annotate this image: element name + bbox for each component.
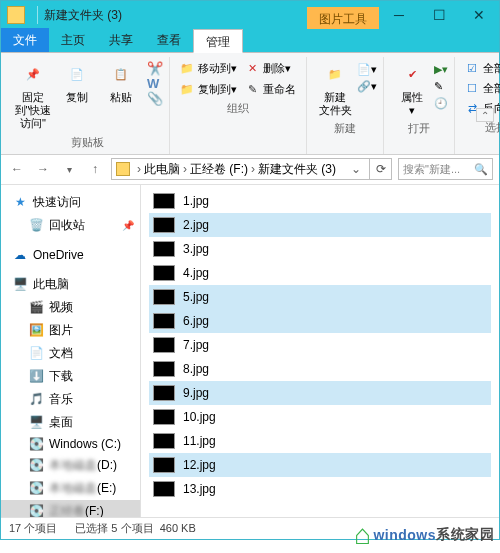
- file-row[interactable]: 2.jpg: [149, 213, 491, 237]
- documents-icon: 📄: [29, 346, 43, 360]
- refresh-button[interactable]: ⟳: [370, 158, 392, 180]
- file-row[interactable]: 6.jpg: [149, 309, 491, 333]
- pin-quick-access-button[interactable]: 📌 固定到"快速访问": [11, 59, 55, 133]
- sidebar-this-pc[interactable]: 🖥️此电脑: [1, 273, 140, 296]
- sidebar-documents[interactable]: 📄文档: [1, 342, 140, 365]
- group-open-label: 打开: [408, 119, 430, 138]
- paste-shortcut-icon[interactable]: 📎: [147, 91, 163, 106]
- file-row[interactable]: 11.jpg: [149, 429, 491, 453]
- search-input[interactable]: 搜索"新建... 🔍: [398, 158, 493, 180]
- breadcrumb-item[interactable]: 新建文件夹 (3): [258, 161, 336, 178]
- sidebar-videos[interactable]: 🎬视频: [1, 296, 140, 319]
- easy-access-icon[interactable]: 🔗▾: [357, 80, 377, 93]
- delete-button[interactable]: ✕删除 ▾: [241, 59, 295, 78]
- close-button[interactable]: ✕: [459, 1, 499, 29]
- paste-icon: 📋: [107, 61, 135, 89]
- file-row[interactable]: 13.jpg: [149, 477, 491, 501]
- file-row[interactable]: 7.jpg: [149, 333, 491, 357]
- tab-manage[interactable]: 管理: [193, 29, 243, 53]
- tab-file[interactable]: 文件: [1, 28, 49, 52]
- downloads-icon: ⬇️: [29, 369, 43, 383]
- file-row[interactable]: 10.jpg: [149, 405, 491, 429]
- new-item-icon[interactable]: 📄▾: [357, 63, 377, 76]
- file-row[interactable]: 1.jpg: [149, 189, 491, 213]
- recent-dropdown[interactable]: ▾: [59, 159, 79, 179]
- file-row[interactable]: 8.jpg: [149, 357, 491, 381]
- sidebar-recycle-bin[interactable]: 🗑️回收站📌: [1, 214, 140, 237]
- address-bar[interactable]: › 此电脑 › 正经卷 (F:) › 新建文件夹 (3) ⌄: [111, 158, 370, 180]
- move-to-icon: 📁: [180, 62, 194, 76]
- file-name: 11.jpg: [183, 434, 216, 448]
- chevron-icon[interactable]: ›: [134, 162, 144, 176]
- tab-share[interactable]: 共享: [97, 28, 145, 52]
- sidebar-onedrive[interactable]: ☁OneDrive: [1, 245, 140, 265]
- copy-icon: 📄: [63, 61, 91, 89]
- label: 音乐: [49, 391, 73, 408]
- desktop-icon: 🖥️: [29, 415, 43, 429]
- ribbon-collapse-button[interactable]: ⌃: [476, 108, 494, 122]
- copy-path-icon[interactable]: W: [147, 76, 163, 91]
- folder-icon: [7, 6, 25, 24]
- rename-button[interactable]: ✎重命名: [241, 80, 300, 99]
- file-name: 5.jpg: [183, 290, 209, 304]
- sidebar-drive-c[interactable]: 💽Windows (C:): [1, 434, 140, 454]
- file-list[interactable]: 1.jpg2.jpg3.jpg4.jpg5.jpg6.jpg7.jpg8.jpg…: [141, 185, 499, 517]
- tab-view[interactable]: 查看: [145, 28, 193, 52]
- breadcrumb-item[interactable]: 此电脑: [144, 161, 180, 178]
- properties-icon: ✔: [398, 61, 426, 89]
- file-row[interactable]: 9.jpg: [149, 381, 491, 405]
- group-new: 📁 新建 文件夹 📄▾ 🔗▾ 新建: [307, 57, 384, 154]
- picture-tools-tab[interactable]: 图片工具: [307, 7, 379, 29]
- select-none-icon: ☐: [465, 82, 479, 96]
- label: (E:): [97, 481, 116, 495]
- group-clipboard: 📌 固定到"快速访问" 📄 复制 📋 粘贴 ✂️ W 📎 剪贴板: [5, 57, 170, 154]
- move-to-button[interactable]: 📁移动到 ▾: [176, 59, 241, 78]
- up-button[interactable]: ↑: [85, 159, 105, 179]
- maximize-button[interactable]: ☐: [419, 1, 459, 29]
- sidebar-downloads[interactable]: ⬇️下载: [1, 365, 140, 388]
- group-select: ☑全部选择 ☐全部取消 ⇄反向选择 选择: [455, 57, 500, 154]
- file-row[interactable]: 3.jpg: [149, 237, 491, 261]
- sidebar-drive-e[interactable]: 💽本地磁盘(E:): [1, 477, 140, 500]
- sidebar-drive-f[interactable]: 💽正经卷(F:): [1, 500, 140, 517]
- search-icon: 🔍: [474, 163, 488, 176]
- copy-to-button[interactable]: 📁复制到 ▾: [176, 80, 241, 99]
- chevron-icon[interactable]: ›: [248, 162, 258, 176]
- breadcrumb-item[interactable]: 正经卷 (F:): [190, 161, 248, 178]
- sidebar-music[interactable]: 🎵音乐: [1, 388, 140, 411]
- tab-home[interactable]: 主页: [49, 28, 97, 52]
- select-all-button[interactable]: ☑全部选择: [461, 59, 500, 78]
- edit-icon[interactable]: ✎: [434, 80, 448, 93]
- ribbon-tabs: 文件 主页 共享 查看 管理: [1, 29, 499, 53]
- copy-button[interactable]: 📄 复制: [55, 59, 99, 106]
- select-none-button[interactable]: ☐全部取消: [461, 79, 500, 98]
- sidebar-drive-d[interactable]: 💽本地磁盘(D:): [1, 454, 140, 477]
- file-row[interactable]: 12.jpg: [149, 453, 491, 477]
- sidebar-quick-access[interactable]: ★快速访问: [1, 191, 140, 214]
- back-button[interactable]: ←: [7, 159, 27, 179]
- move-to-label: 移动到: [198, 61, 231, 76]
- properties-button[interactable]: ✔ 属性 ▾: [390, 59, 434, 119]
- paste-button[interactable]: 📋 粘贴: [99, 59, 143, 106]
- explorer-body: ★快速访问 🗑️回收站📌 ☁OneDrive 🖥️此电脑 🎬视频 🖼️图片 📄文…: [1, 185, 499, 517]
- drive-icon: 💽: [29, 504, 43, 517]
- file-row[interactable]: 5.jpg: [149, 285, 491, 309]
- rename-icon: ✎: [245, 83, 259, 97]
- chevron-icon[interactable]: ›: [180, 162, 190, 176]
- address-dropdown[interactable]: ⌄: [347, 162, 365, 176]
- blurred-text: 正经卷: [49, 503, 85, 517]
- open-icon[interactable]: ▶▾: [434, 63, 448, 76]
- cut-icon[interactable]: ✂️: [147, 61, 163, 76]
- thumbnail-icon: [153, 409, 175, 425]
- sidebar-pictures[interactable]: 🖼️图片: [1, 319, 140, 342]
- file-name: 10.jpg: [183, 410, 216, 424]
- select-all-label: 全部选择: [483, 61, 500, 76]
- file-row[interactable]: 4.jpg: [149, 261, 491, 285]
- sidebar-desktop[interactable]: 🖥️桌面: [1, 411, 140, 434]
- minimize-button[interactable]: ─: [379, 1, 419, 29]
- history-icon[interactable]: 🕘: [434, 97, 448, 110]
- new-folder-button[interactable]: 📁 新建 文件夹: [313, 59, 357, 119]
- group-open: ✔ 属性 ▾ ▶▾ ✎ 🕘 打开: [384, 57, 455, 154]
- thumbnail-icon: [153, 289, 175, 305]
- forward-button[interactable]: →: [33, 159, 53, 179]
